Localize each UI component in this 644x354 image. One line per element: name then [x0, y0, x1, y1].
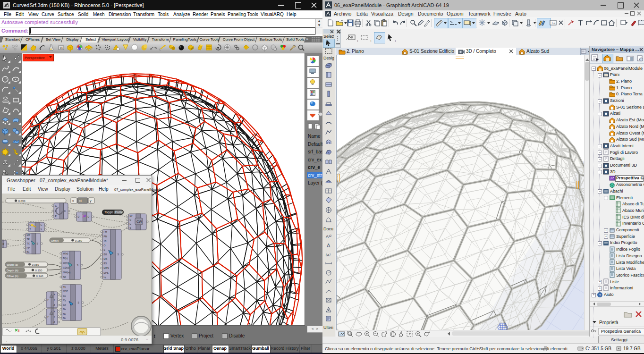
svg-text:ℓA¹: ℓA¹ — [325, 253, 331, 257]
svg-text:GD(d): GD(d) — [63, 266, 70, 269]
svg-text:GW(w): GW(w) — [63, 271, 71, 274]
svg-text:MPS: MPS — [104, 267, 110, 270]
svg-text:Width (a): Width (a) — [7, 263, 18, 266]
svg-text:0.050: 0.050 — [32, 263, 40, 266]
svg-text:O(h): O(h) — [63, 261, 68, 264]
svg-text:x: x — [72, 199, 74, 202]
svg-text:y: y — [90, 199, 92, 203]
svg-text:10: 10 — [59, 46, 63, 50]
svg-text:Th: Th — [63, 286, 66, 288]
svg-text:G: G — [41, 223, 42, 226]
svg-text:Cy: Cy — [63, 299, 67, 302]
svg-text:A¹²: A¹² — [326, 234, 331, 239]
svg-text:OS7: OS7 — [63, 290, 68, 293]
svg-text:D: D — [78, 215, 80, 218]
svg-text:=I: =I — [79, 199, 82, 202]
svg-text:Depth (b): Depth (b) — [7, 269, 18, 272]
svg-text:0.180: 0.180 — [75, 239, 83, 242]
svg-text:MP: MP — [27, 234, 31, 236]
svg-text:Nx: Nx — [63, 308, 67, 311]
svg-text:A: A — [327, 243, 330, 248]
svg-text:FM: FM — [104, 230, 107, 233]
svg-text:C: C — [130, 219, 132, 221]
svg-text:T≡: T≡ — [551, 21, 556, 25]
svg-text:Z: Z — [54, 303, 55, 306]
svg-text:MS: MS — [104, 258, 108, 261]
svg-text:D(b): D(b) — [63, 257, 68, 260]
svg-text:Ny: Ny — [63, 312, 67, 315]
svg-text:0.150: 0.150 — [35, 269, 42, 272]
svg-text:C: C — [64, 210, 66, 212]
svg-text:PP: PP — [27, 246, 30, 249]
svg-text:BG: BG — [104, 253, 107, 256]
svg-text:SF: SF — [63, 276, 66, 278]
svg-text:0.140: 0.140 — [36, 275, 44, 278]
svg-text:CW: CW — [136, 220, 142, 223]
svg-text:Nz: Nz — [63, 317, 67, 320]
svg-text:TP: TP — [27, 238, 30, 241]
svg-text:Cz: Cz — [63, 303, 67, 306]
svg-text:Pulse: Pulse — [115, 211, 123, 214]
svg-text:TX: TX — [27, 242, 30, 245]
svg-text:Ly: Ly — [104, 276, 107, 278]
svg-text:Th: Th — [104, 239, 107, 242]
svg-text:R: R — [3, 243, 5, 245]
svg-text:W(a): W(a) — [63, 252, 68, 255]
svg-text:C: C — [55, 204, 57, 207]
svg-text:Offset (h): Offset (h) — [7, 275, 18, 278]
svg-text:0.030: 0.030 — [18, 200, 26, 202]
svg-text:Toggle: Toggle — [104, 211, 114, 214]
svg-text:O: O — [104, 244, 106, 247]
svg-text:PM: PM — [104, 235, 108, 238]
svg-text:DPS: DPS — [104, 271, 109, 274]
svg-text:Z: Z — [54, 320, 55, 323]
svg-text:ES: ES — [104, 262, 107, 265]
svg-text:D: D — [88, 215, 90, 218]
svg-text:Sy: Sy — [130, 214, 133, 217]
svg-text:T: T — [30, 228, 31, 231]
svg-text:Cx: Cx — [63, 295, 67, 297]
svg-text:Ps: Ps — [27, 251, 30, 253]
svg-text:Offset: Offset — [51, 239, 59, 242]
svg-text:?: ? — [599, 293, 602, 297]
